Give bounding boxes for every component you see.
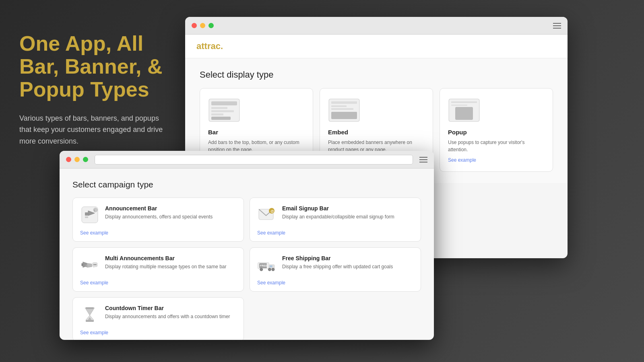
- email-signup-card-body: Email Signup Bar Display an expandable/c…: [282, 205, 394, 220]
- front-tl-red[interactable]: [66, 157, 71, 162]
- multi-announcements-card-header: Multi Announcements Bar Display rotating…: [80, 255, 236, 274]
- countdown-card-desc: Display announcements and offers with a …: [105, 313, 230, 320]
- front-window: Select campaign type !: [60, 151, 434, 340]
- svg-rect-1: [211, 101, 237, 105]
- front-tl-green[interactable]: [83, 157, 88, 162]
- svg-point-29: [93, 264, 95, 265]
- email-signup-card-desc: Display an expandable/collapsible email …: [282, 213, 394, 220]
- free-shipping-card-title: Free Shipping Bar: [282, 255, 393, 261]
- svg-rect-42: [86, 320, 94, 322]
- traffic-light-yellow[interactable]: [200, 23, 205, 28]
- svg-rect-3: [211, 110, 234, 112]
- multi-announcements-card-desc: Display rotating multiple message types …: [105, 263, 226, 270]
- svg-point-31: [95, 264, 97, 265]
- front-section-title: Select campaign type: [72, 180, 421, 189]
- free-shipping-card-desc: Display a free shipping offer with updat…: [282, 263, 393, 270]
- countdown-card-header: Countdown Timer Bar Display announcement…: [80, 305, 236, 324]
- campaign-grid: ! Announcement Bar Display announcements…: [72, 197, 421, 340]
- app-logo: attrac.: [196, 41, 556, 51]
- popup-icon: [448, 98, 545, 124]
- announcement-card-title: Announcement Bar: [105, 205, 213, 212]
- announcement-card-desc: Display announcements, offers and specia…: [105, 213, 213, 220]
- front-tl-yellow[interactable]: [74, 157, 80, 162]
- svg-marker-26: [87, 263, 92, 267]
- email-signup-card-title: Email Signup Bar: [282, 205, 394, 212]
- free-shipping-see-example[interactable]: See example: [257, 280, 413, 286]
- svg-marker-43: [86, 309, 94, 315]
- countdown-card-title: Countdown Timer Bar: [105, 305, 230, 311]
- svg-text:@: @: [270, 209, 274, 213]
- traffic-light-green[interactable]: [208, 23, 214, 28]
- svg-point-36: [260, 268, 263, 271]
- campaign-card-email-signup[interactable]: @ Email Signup Bar Display an expandable…: [250, 197, 421, 242]
- svg-rect-35: [270, 265, 272, 267]
- front-search-bar[interactable]: [95, 155, 413, 165]
- free-shipping-card-body: Free Shipping Bar Display a free shippin…: [282, 255, 393, 270]
- traffic-lights: [192, 23, 214, 28]
- svg-rect-17: [85, 212, 88, 216]
- svg-text:!: !: [94, 209, 95, 212]
- hamburger-menu-icon[interactable]: [553, 23, 561, 29]
- svg-rect-41: [86, 307, 94, 309]
- svg-text:FREE: FREE: [260, 264, 268, 267]
- svg-rect-10: [331, 112, 357, 119]
- email-signup-card-header: @ Email Signup Bar Display an expandable…: [257, 205, 413, 224]
- embed-icon: [328, 98, 425, 124]
- campaign-card-countdown[interactable]: Countdown Timer Bar Display announcement…: [72, 297, 244, 340]
- display-card-popup[interactable]: Popup Use popups to capture your visitor…: [440, 88, 553, 172]
- multi-announcements-bar-icon: [80, 255, 99, 274]
- bar-icon: [208, 98, 305, 124]
- svg-point-37: [268, 268, 271, 271]
- svg-marker-32: [93, 267, 95, 268]
- svg-rect-13: [451, 105, 467, 106]
- campaign-card-multi-announcements[interactable]: Multi Announcements Bar Display rotating…: [72, 247, 244, 292]
- svg-rect-9: [331, 108, 353, 110]
- description: Various types of bars, banners, and popu…: [19, 113, 172, 147]
- svg-rect-27: [86, 265, 87, 267]
- back-window-titlebar: [185, 17, 568, 35]
- email-signup-bar-icon: @: [257, 205, 277, 224]
- svg-point-30: [95, 264, 96, 265]
- announcement-bar-icon: !: [80, 205, 99, 224]
- countdown-see-example[interactable]: See example: [80, 330, 236, 335]
- svg-rect-2: [211, 107, 227, 109]
- front-hamburger-icon[interactable]: [419, 157, 427, 162]
- multi-announcements-card-body: Multi Announcements Bar Display rotating…: [105, 255, 226, 270]
- svg-rect-14: [455, 107, 473, 120]
- svg-point-38: [272, 268, 275, 271]
- svg-rect-25: [81, 263, 83, 266]
- free-shipping-bar-icon: FREE: [257, 255, 277, 274]
- announcement-card-body: Announcement Bar Display announcements, …: [105, 205, 213, 220]
- free-shipping-card-header: FREE Free Shipping Bar Display a free sh…: [257, 255, 413, 274]
- front-window-titlebar: [60, 151, 434, 169]
- countdown-timer-bar-icon: [80, 305, 99, 324]
- svg-rect-12: [451, 101, 477, 103]
- email-signup-see-example[interactable]: See example: [257, 230, 413, 236]
- svg-rect-8: [331, 105, 347, 107]
- traffic-light-red[interactable]: [192, 23, 197, 28]
- left-panel: One App, All Bar, Banner, & Popup Types …: [19, 32, 172, 147]
- campaign-card-free-shipping[interactable]: FREE Free Shipping Bar Display a free sh…: [250, 247, 421, 292]
- svg-rect-18: [85, 216, 88, 218]
- front-traffic-lights: [66, 157, 88, 162]
- popup-card-desc: Use popups to capture your visitor's att…: [448, 139, 545, 153]
- announcement-see-example[interactable]: See example: [80, 230, 236, 236]
- embed-card-title: Embed: [328, 129, 425, 136]
- back-section-title: Select display type: [200, 70, 553, 80]
- headline: One App, All Bar, Banner, & Popup Types: [19, 32, 172, 101]
- bar-card-title: Bar: [208, 129, 305, 136]
- back-app-header: attrac.: [185, 35, 568, 58]
- svg-rect-5: [211, 117, 231, 120]
- front-content: Select campaign type !: [60, 169, 434, 340]
- multi-announcements-see-example[interactable]: See example: [80, 280, 236, 286]
- svg-rect-4: [211, 113, 223, 115]
- announcement-card-header: ! Announcement Bar Display announcements…: [80, 205, 236, 224]
- multi-announcements-card-title: Multi Announcements Bar: [105, 255, 226, 261]
- svg-rect-7: [331, 101, 357, 104]
- countdown-card-body: Countdown Timer Bar Display announcement…: [105, 305, 230, 320]
- popup-card-title: Popup: [448, 129, 545, 136]
- popup-see-example-link[interactable]: See example: [448, 157, 476, 163]
- campaign-card-announcement[interactable]: ! Announcement Bar Display announcements…: [72, 197, 244, 242]
